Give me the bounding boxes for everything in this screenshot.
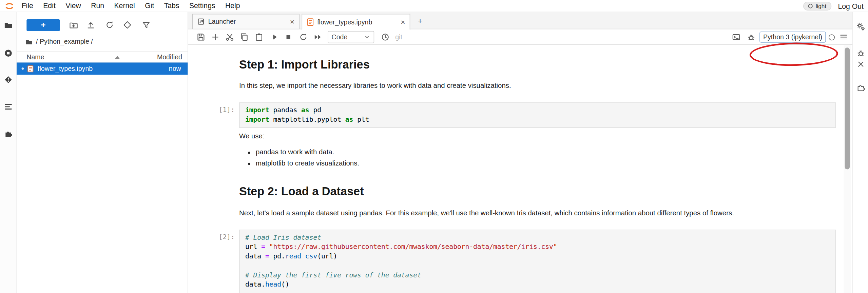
tab-bar: Launcher × flower_types.ipynb × + <box>188 12 852 30</box>
sidebar-tab-files[interactable] <box>4 21 13 30</box>
file-browser-panel: + / Python_example / Name Modified <box>17 12 188 293</box>
copy-cell-button[interactable] <box>240 33 249 41</box>
menu-item-git[interactable]: Git <box>140 0 159 12</box>
extensions-icon <box>4 129 13 138</box>
run-all-icon <box>313 33 322 41</box>
filter-button[interactable] <box>142 20 151 29</box>
property-inspector-button[interactable] <box>856 22 865 31</box>
theme-toggle[interactable]: light <box>804 2 831 11</box>
refresh-icon <box>105 20 114 29</box>
cut-icon <box>225 33 234 41</box>
upload-button[interactable] <box>86 20 95 29</box>
open-file-dot-icon <box>22 67 24 70</box>
git-diamond-icon <box>123 20 132 29</box>
close-tab-icon[interactable]: × <box>401 18 405 26</box>
menu-item-run[interactable]: Run <box>86 0 109 12</box>
new-launcher-button[interactable]: + <box>26 19 60 31</box>
new-tab-button[interactable]: + <box>415 16 425 26</box>
add-cell-button[interactable] <box>211 33 220 41</box>
upload-icon <box>86 20 95 29</box>
execution-time-button[interactable] <box>381 33 390 41</box>
kernel-status-icon[interactable] <box>829 34 835 40</box>
markdown-paragraph[interactable]: In this step, we import the necessary li… <box>239 82 511 90</box>
debugger-icon <box>747 33 756 41</box>
save-button[interactable] <box>196 33 205 41</box>
left-activity-bar <box>0 12 17 293</box>
clock-icon <box>381 33 390 41</box>
sidebar-tab-running[interactable] <box>4 49 13 58</box>
close-tab-icon[interactable]: × <box>290 18 294 25</box>
menu-item-file[interactable]: File <box>17 0 38 12</box>
menu-items: File Edit View Run Kernel Git Tabs Setti… <box>17 0 868 12</box>
sidebar-tab-toc[interactable] <box>4 102 13 111</box>
breadcrumb[interactable]: / Python_example / <box>25 37 93 46</box>
tab-launcher[interactable]: Launcher × <box>192 14 300 30</box>
notebook-content: Step 1: Import Libraries In this step, w… <box>188 45 844 293</box>
menu-item-settings[interactable]: Settings <box>184 0 220 12</box>
main-area: Launcher × flower_types.ipynb × + <box>188 12 852 293</box>
menu-item-tabs[interactable]: Tabs <box>159 0 184 12</box>
interrupt-kernel-button[interactable] <box>284 33 293 41</box>
breadcrumb-folder-icon <box>25 38 33 44</box>
logout-button[interactable]: Log Out <box>838 2 864 10</box>
folder-icon <box>4 21 13 30</box>
run-cell-button[interactable] <box>270 33 279 41</box>
notebook-menu-button[interactable] <box>839 33 848 41</box>
menu-bar: File Edit View Run Kernel Git Tabs Setti… <box>0 0 868 12</box>
stop-icon <box>284 33 293 41</box>
sidebar-tab-extensions[interactable] <box>4 129 13 138</box>
markdown-heading-step2[interactable]: Step 2: Load a Dataset <box>239 185 364 198</box>
cut-cell-button[interactable] <box>225 33 234 41</box>
markdown-paragraph[interactable]: We use: <box>239 132 264 140</box>
close-panel-button[interactable] <box>856 60 865 69</box>
terminal-icon <box>732 33 741 41</box>
theme-toggle-label: light <box>816 3 826 9</box>
notebook-scrollbar[interactable] <box>844 45 851 293</box>
markdown-heading-step1[interactable]: Step 1: Import Libraries <box>239 58 370 71</box>
menu-bar-right: light Log Out <box>804 0 864 12</box>
cell-prompt-1: [1]: <box>199 105 235 115</box>
kernel-selector-button[interactable]: Python 3 (ipykernel) <box>759 32 826 43</box>
new-folder-button[interactable] <box>69 20 78 29</box>
markdown-bullet-list[interactable]: pandas to work with data. matplotlib to … <box>239 146 359 169</box>
scrollbar-thumb[interactable] <box>845 47 850 169</box>
git-clone-button[interactable] <box>123 20 132 29</box>
cell-type-dropdown[interactable]: Code <box>328 31 374 43</box>
code-cell-2[interactable]: # Load Iris dataseturl = "https://raw.gi… <box>239 230 836 293</box>
copy-icon <box>240 33 249 41</box>
running-kernels-icon <box>4 49 13 58</box>
bug-icon <box>856 49 865 58</box>
theme-toggle-icon <box>808 4 813 8</box>
refresh-button[interactable] <box>105 20 114 29</box>
add-cell-icon <box>211 33 220 41</box>
notebook-toolbar: Code git Python 3 (ipykernel) <box>188 29 852 45</box>
sidebar-tab-git[interactable] <box>4 75 13 84</box>
file-row-selected[interactable]: flower_types.ipynb now <box>17 62 188 75</box>
cell-prompt-2: [2]: <box>199 232 235 242</box>
paste-cell-button[interactable] <box>255 33 264 41</box>
git-toolbar-label[interactable]: git <box>395 29 402 45</box>
column-header-modified[interactable]: Modified <box>157 52 182 63</box>
debugger-button[interactable] <box>747 33 756 41</box>
restart-run-all-button[interactable] <box>313 33 322 41</box>
file-modified: now <box>169 65 181 73</box>
tab-label: flower_types.ipynb <box>317 18 372 26</box>
menu-item-edit[interactable]: Edit <box>38 0 61 12</box>
code-cell-1[interactable]: import pandas as pdimport matplotlib.pyp… <box>239 102 836 128</box>
gears-icon <box>856 22 865 31</box>
caret-down-icon <box>364 34 370 41</box>
tab-notebook[interactable]: flower_types.ipynb × <box>302 14 410 30</box>
debugger-sidebar-button[interactable] <box>856 49 865 58</box>
menu-item-help[interactable]: Help <box>220 0 245 12</box>
restart-kernel-button[interactable] <box>299 33 308 41</box>
menu-item-view[interactable]: View <box>60 0 86 12</box>
sort-caret-icon <box>115 56 119 59</box>
markdown-paragraph[interactable]: Next, let's load a sample dataset using … <box>239 209 734 217</box>
column-header-name[interactable]: Name <box>26 52 44 63</box>
puzzle-icon <box>856 83 865 92</box>
menu-item-kernel[interactable]: Kernel <box>109 0 140 12</box>
notebook-file-icon <box>307 18 314 26</box>
extensions-sidebar-button[interactable] <box>856 83 865 92</box>
terminal-panel-button[interactable] <box>732 33 741 41</box>
right-activity-bar <box>852 12 868 293</box>
